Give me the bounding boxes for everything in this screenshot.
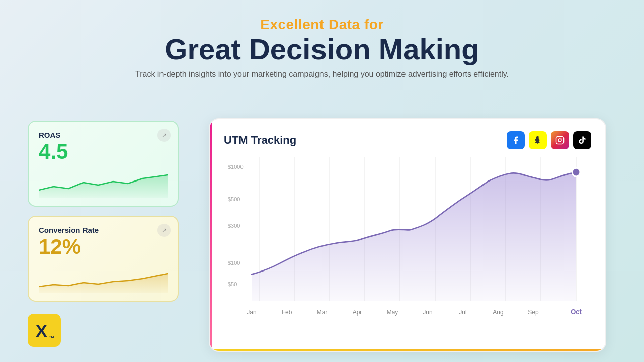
roas-sparkline <box>39 167 168 198</box>
tiktok-icon[interactable] <box>573 131 591 149</box>
facebook-icon[interactable] <box>507 131 525 149</box>
utm-chart-svg: $1000 $500 $300 $100 $50 Jan Feb <box>224 157 591 343</box>
svg-text:$300: $300 <box>228 222 240 228</box>
conversion-value: 12% <box>39 235 168 258</box>
svg-text:™: ™ <box>49 335 54 341</box>
conversion-arrow-button[interactable]: ↗ <box>157 224 171 237</box>
svg-text:Feb: Feb <box>282 309 292 316</box>
snapchat-icon[interactable] <box>529 131 547 149</box>
svg-text:Apr: Apr <box>353 309 362 316</box>
roas-label: ROAS <box>39 131 168 139</box>
chart-area: $1000 $500 $300 $100 $50 Jan Feb <box>224 157 591 343</box>
roas-arrow-button[interactable]: ↗ <box>157 129 171 142</box>
svg-text:May: May <box>387 309 398 316</box>
svg-text:$50: $50 <box>228 281 237 287</box>
svg-text:$500: $500 <box>228 196 240 202</box>
chart-title: UTM Tracking <box>224 134 296 147</box>
header-title: Great Decision Making <box>0 33 644 65</box>
roas-value: 4.5 <box>39 140 168 163</box>
social-icons-group <box>507 131 591 149</box>
svg-point-1 <box>558 139 561 142</box>
svg-text:X: X <box>36 321 47 340</box>
roas-card: ↗ ROAS 4.5 <box>28 121 179 207</box>
conversion-sparkline <box>39 262 168 293</box>
left-cards: ↗ ROAS 4.5 ↗ Conversion Rate 12% <box>28 121 179 302</box>
utm-chart-card: UTM Tracking <box>209 118 606 352</box>
page-header: Excellent Data for Great Decision Making… <box>0 0 644 88</box>
instagram-icon[interactable] <box>551 131 569 149</box>
svg-text:Mar: Mar <box>317 309 328 316</box>
header-description: Track in-depth insights into your market… <box>0 70 644 79</box>
svg-text:Jun: Jun <box>423 309 432 316</box>
svg-text:Sep: Sep <box>528 309 538 316</box>
header-subtitle: Excellent Data for <box>0 16 644 33</box>
brand-logo: X ™ <box>28 314 61 347</box>
svg-rect-0 <box>556 137 564 144</box>
svg-text:$1000: $1000 <box>228 164 244 170</box>
svg-text:Jul: Jul <box>459 309 466 316</box>
svg-text:$100: $100 <box>228 259 240 265</box>
svg-text:Oct: Oct <box>571 308 582 316</box>
conversion-label: Conversion Rate <box>39 226 168 234</box>
conversion-card: ↗ Conversion Rate 12% <box>28 216 179 302</box>
svg-text:Jan: Jan <box>247 309 256 316</box>
svg-point-18 <box>572 168 580 176</box>
svg-point-2 <box>561 138 562 139</box>
logo-svg: X ™ <box>32 318 57 343</box>
svg-text:Aug: Aug <box>493 309 503 316</box>
chart-header: UTM Tracking <box>224 131 591 149</box>
